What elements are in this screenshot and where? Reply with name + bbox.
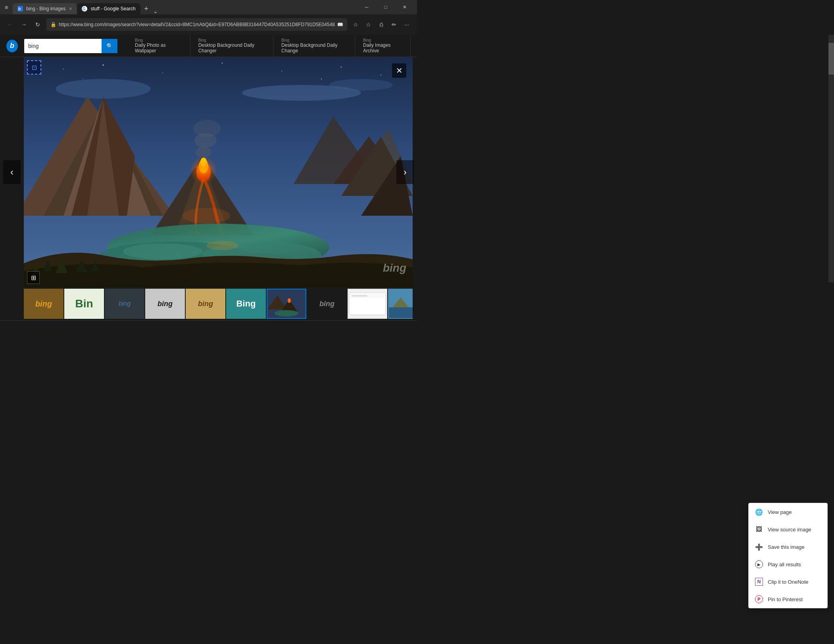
svg-point-37 — [123, 243, 202, 259]
svg-point-44 — [193, 120, 221, 137]
search-input[interactable] — [24, 43, 102, 49]
tab-bing-label: bing - Bing images — [26, 6, 65, 12]
nav-desktop-changer[interactable]: Bing Desktop Background Daily Changer — [190, 35, 273, 57]
minimize-button[interactable]: ─ — [357, 0, 376, 14]
svg-text:G: G — [83, 7, 86, 11]
svg-point-12 — [83, 79, 84, 79]
nav-desktop-change[interactable]: Bing Desktop Background Daily Change — [273, 35, 355, 57]
window-control-buttons: ─ □ ✕ — [357, 0, 414, 14]
thumbnail-1[interactable]: bing — [24, 289, 63, 319]
search-box[interactable]: 🔍 — [24, 39, 117, 53]
url-text: https://www.bing.com/images/search?view=… — [59, 22, 335, 27]
close-button[interactable]: ✕ — [396, 0, 414, 14]
svg-point-7 — [162, 73, 163, 73]
tab-list-button[interactable]: ⌄ — [152, 8, 159, 14]
nav-desktop-changer-main: Desktop Background Daily Changer — [198, 42, 265, 54]
nav-daily-photo-sub: Bing — [135, 38, 182, 42]
svg-point-42 — [196, 146, 211, 158]
bing-header: b 🔍 Bing Daily Photo as Wallpaper Bing D… — [0, 35, 417, 57]
thumbnail-6[interactable]: Bing — [226, 289, 266, 319]
svg-point-39 — [206, 241, 238, 250]
back-button[interactable]: ← — [5, 18, 15, 31]
thumbnail-2[interactable]: Bin — [64, 289, 104, 319]
favorites-icon[interactable]: ☆ — [350, 19, 361, 30]
share-icon[interactable]: ⎙ — [376, 19, 387, 30]
svg-point-32 — [183, 208, 230, 224]
tab-bing-close[interactable]: ✕ — [69, 6, 72, 12]
svg-text:b: b — [18, 7, 21, 11]
svg-point-8 — [222, 63, 223, 63]
svg-point-48 — [288, 298, 291, 303]
magnifier-button[interactable]: ⊡ — [27, 60, 41, 75]
close-icon: ✕ — [396, 66, 403, 75]
nav-archive-main: Daily Images Archive — [363, 42, 402, 54]
new-tab-button[interactable]: + — [140, 3, 152, 14]
bing-watermark: bing — [383, 262, 406, 274]
thumbnail-3[interactable]: bing — [105, 289, 144, 319]
svg-point-14 — [56, 79, 151, 99]
next-arrow-icon: › — [404, 167, 407, 178]
main-image: bing ⊡ ✕ ⊞ — [24, 57, 413, 287]
svg-point-10 — [341, 67, 342, 68]
refresh-button[interactable]: ↻ — [33, 18, 43, 31]
volcano-svg — [24, 57, 413, 287]
thumbnail-8[interactable]: bing — [307, 289, 347, 319]
lock-icon: 🔒 — [50, 22, 56, 27]
svg-point-9 — [281, 71, 282, 71]
title-bar: ⊞ b bing - Bing images ✕ G stuff - Googl… — [0, 0, 417, 14]
maximize-button[interactable]: □ — [377, 0, 395, 14]
search-button[interactable]: 🔍 — [102, 39, 117, 53]
address-bar: ← → ↻ 🔒 https://www.bing.com/images/sear… — [0, 14, 417, 35]
svg-point-6 — [103, 65, 104, 66]
bing-logo[interactable]: b — [6, 40, 18, 52]
tab-bing[interactable]: b bing - Bing images ✕ — [13, 3, 77, 14]
thumbnail-strip: bing Bin bing bing bing Bing bing — [24, 287, 413, 320]
magnifier-icon: ⊡ — [32, 64, 37, 71]
tab-list-icon: ⊞ — [3, 4, 10, 10]
reader-view-icon[interactable]: 📖 — [337, 22, 343, 27]
image-section: ‹ — [0, 57, 417, 287]
thumbnail-5[interactable]: bing — [186, 289, 225, 319]
svg-rect-55 — [389, 307, 413, 318]
tab-google[interactable]: G stuff - Google Search — [77, 3, 140, 14]
bing-navigation: Bing Daily Photo as Wallpaper Bing Deskt… — [127, 35, 411, 57]
nav-desktop-change-sub: Bing — [281, 38, 347, 42]
nav-daily-photo-main: Daily Photo as Wallpaper — [135, 42, 182, 54]
svg-point-5 — [63, 69, 64, 69]
thumbnail-4[interactable]: bing — [145, 289, 185, 319]
nav-desktop-change-main: Desktop Background Daily Change — [281, 42, 347, 54]
prev-image-button[interactable]: ‹ — [3, 160, 21, 184]
address-bar-icons: ☆ ☆ ⎙ ✏ ··· — [350, 19, 412, 30]
expand-icon: ⊞ — [31, 274, 36, 282]
nav-daily-photo[interactable]: Bing Daily Photo as Wallpaper — [127, 35, 190, 57]
tab-google-label: stuff - Google Search — [90, 6, 135, 12]
search-icon: 🔍 — [106, 43, 113, 49]
hub-icon[interactable]: ☆ — [363, 19, 374, 30]
bing-tab-favicon: b — [17, 6, 23, 12]
notes-icon[interactable]: ✏ — [388, 19, 400, 30]
thumbnail-9[interactable] — [348, 289, 387, 319]
nav-archive-sub: Bing — [363, 38, 402, 42]
forward-button[interactable]: → — [19, 18, 29, 31]
window-controls: ⊞ — [3, 4, 10, 10]
expand-button[interactable]: ⊞ — [27, 271, 40, 284]
google-tab-favicon: G — [82, 6, 87, 12]
prev-arrow-icon: ‹ — [10, 167, 13, 178]
url-bar[interactable]: 🔒 https://www.bing.com/images/search?vie… — [46, 18, 347, 31]
svg-point-49 — [275, 310, 298, 316]
svg-rect-53 — [352, 295, 367, 297]
nav-archive[interactable]: Bing Daily Images Archive — [355, 35, 411, 57]
thumbnail-7[interactable] — [267, 289, 306, 319]
footer: 🌐 View page: bingwallpapersdaily.blogspo… — [0, 320, 417, 322]
svg-point-11 — [380, 75, 381, 75]
thumbnail-10[interactable] — [388, 289, 413, 319]
next-image-button[interactable]: › — [396, 160, 414, 184]
svg-point-16 — [329, 79, 393, 91]
more-button[interactable]: ··· — [401, 19, 412, 30]
tab-bar: b bing - Bing images ✕ G stuff - Google … — [13, 0, 354, 14]
nav-desktop-changer-sub: Bing — [198, 38, 265, 42]
close-image-button[interactable]: ✕ — [392, 63, 406, 78]
svg-point-13 — [321, 79, 322, 79]
